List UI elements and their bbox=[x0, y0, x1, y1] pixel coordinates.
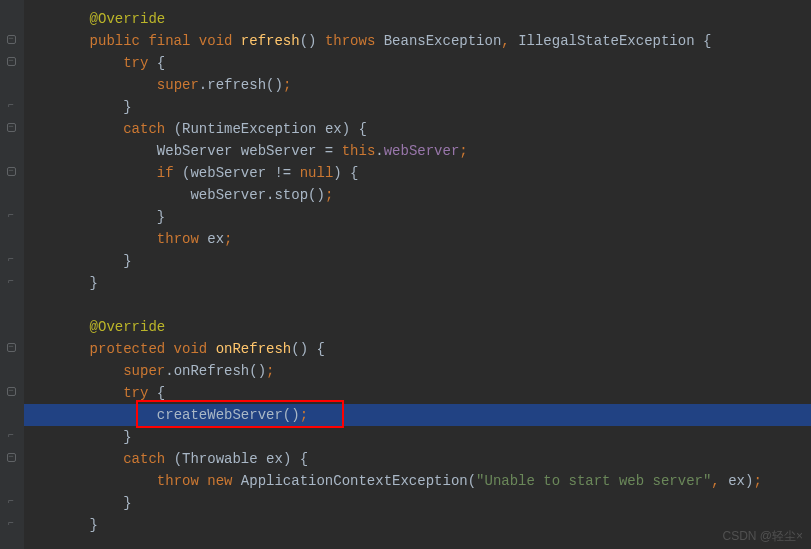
fold-icon[interactable]: − bbox=[4, 120, 18, 134]
code-editor[interactable]: − − ⌐ − − ⌐ ⌐ ⌐ − − ⌐ − ⌐ ⌐ @Override pu… bbox=[0, 0, 811, 549]
watermark: CSDN @轻尘× bbox=[722, 528, 803, 545]
code-line[interactable]: catch (Throwable ex) { bbox=[24, 448, 811, 470]
code-line[interactable]: try { bbox=[24, 382, 811, 404]
fold-icon[interactable]: − bbox=[4, 164, 18, 178]
fold-end-icon: ⌐ bbox=[4, 428, 18, 442]
code-line[interactable]: public final void refresh() throws Beans… bbox=[24, 30, 811, 52]
code-line[interactable]: if (webServer != null) { bbox=[24, 162, 811, 184]
code-line[interactable]: @Override bbox=[24, 316, 811, 338]
fold-icon[interactable]: − bbox=[4, 384, 18, 398]
code-line-highlighted[interactable]: createWebServer(); bbox=[24, 404, 811, 426]
code-line[interactable]: } bbox=[24, 96, 811, 118]
code-line[interactable]: try { bbox=[24, 52, 811, 74]
fold-end-icon: ⌐ bbox=[4, 494, 18, 508]
code-line[interactable]: } bbox=[24, 492, 811, 514]
code-content[interactable]: @Override public final void refresh() th… bbox=[24, 0, 811, 549]
fold-end-icon: ⌐ bbox=[4, 252, 18, 266]
annotation: @Override bbox=[90, 11, 166, 27]
code-line[interactable] bbox=[24, 294, 811, 316]
code-line[interactable]: @Override bbox=[24, 8, 811, 30]
code-line[interactable]: webServer.stop(); bbox=[24, 184, 811, 206]
fold-end-icon: ⌐ bbox=[4, 98, 18, 112]
fold-icon[interactable]: − bbox=[4, 54, 18, 68]
fold-icon[interactable]: − bbox=[4, 450, 18, 464]
fold-end-icon: ⌐ bbox=[4, 208, 18, 222]
code-line[interactable]: } bbox=[24, 272, 811, 294]
fold-icon[interactable]: − bbox=[4, 32, 18, 46]
code-line[interactable]: protected void onRefresh() { bbox=[24, 338, 811, 360]
fold-icon[interactable]: − bbox=[4, 340, 18, 354]
code-line[interactable]: } bbox=[24, 250, 811, 272]
code-line[interactable]: super.onRefresh(); bbox=[24, 360, 811, 382]
fold-end-icon: ⌐ bbox=[4, 274, 18, 288]
code-line[interactable]: throw new ApplicationContextException("U… bbox=[24, 470, 811, 492]
editor-gutter: − − ⌐ − − ⌐ ⌐ ⌐ − − ⌐ − ⌐ ⌐ bbox=[0, 0, 24, 549]
code-line[interactable]: throw ex; bbox=[24, 228, 811, 250]
code-line[interactable]: } bbox=[24, 426, 811, 448]
fold-end-icon: ⌐ bbox=[4, 516, 18, 530]
code-line[interactable]: } bbox=[24, 206, 811, 228]
code-line[interactable]: } bbox=[24, 514, 811, 536]
annotation: @Override bbox=[90, 319, 166, 335]
code-line[interactable]: catch (RuntimeException ex) { bbox=[24, 118, 811, 140]
code-line[interactable]: super.refresh(); bbox=[24, 74, 811, 96]
code-line[interactable]: WebServer webServer = this.webServer; bbox=[24, 140, 811, 162]
